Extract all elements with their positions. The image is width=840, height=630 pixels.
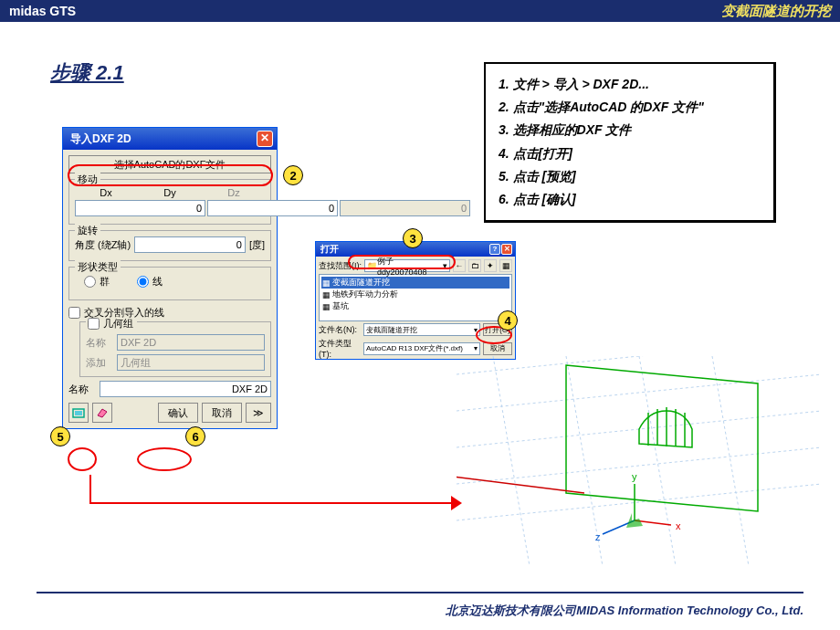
dz-input: [340, 200, 470, 216]
instruction-line: 4. 点击[打开]: [499, 142, 761, 165]
name-input[interactable]: [100, 381, 271, 397]
group-label: 形状类型: [75, 260, 121, 274]
name-label: 名称: [68, 383, 96, 396]
close-icon[interactable]: ✕: [501, 244, 512, 255]
preview-icon[interactable]: [68, 403, 89, 423]
angle-label: 角度 (绕Z轴): [75, 238, 131, 252]
instruction-box: 1. 文件 > 导入 > DXF 2D... 2. 点击"选择AutoCAD 的…: [484, 62, 776, 223]
svg-line-6: [457, 447, 822, 484]
axis-y-label: y: [632, 471, 637, 482]
dy-input[interactable]: [207, 200, 338, 216]
instruction-line: 1. 文件 > 导入 > DXF 2D...: [499, 73, 761, 96]
newfolder-icon[interactable]: ✦: [484, 259, 497, 272]
chevron-down-icon: ▾: [474, 344, 478, 352]
up-icon[interactable]: 🗀: [468, 259, 481, 272]
geom-add-label: 添加: [86, 356, 113, 370]
arrow-head-icon: [451, 496, 462, 510]
geom-checkbox[interactable]: [88, 318, 100, 330]
footer-text: 北京迈达斯技术有限公司MIDAS Information Technology …: [446, 603, 803, 619]
eraser-icon[interactable]: [92, 403, 112, 423]
view-icon[interactable]: ▦: [499, 259, 512, 272]
svg-line-11: [712, 356, 749, 566]
instruction-line: 3. 选择相应的DXF 文件: [499, 119, 761, 142]
filetype-combo[interactable]: AutoCAD R13 DXF文件(*.dxf)▾: [363, 342, 480, 355]
group-label: 旋转: [75, 224, 100, 237]
axis-x-label: x: [676, 520, 681, 531]
svg-line-18: [457, 475, 584, 493]
cancel-button[interactable]: 取消: [202, 403, 242, 423]
radio-group-input[interactable]: [84, 276, 96, 288]
radio-line[interactable]: 线: [137, 275, 163, 289]
highlight-ring: [137, 447, 192, 471]
svg-rect-1: [75, 411, 82, 415]
axis-z-label: z: [595, 531, 601, 542]
shape-group: 形状类型 群 线: [68, 267, 271, 300]
filetype-label: 文件类型(T):: [319, 338, 361, 359]
file-icon: ▦: [322, 302, 331, 311]
group-label: 移动: [75, 173, 100, 186]
move-group: 移动 Dx Dy Dz: [68, 179, 271, 225]
list-item[interactable]: ▦地铁列车动力分析: [321, 289, 509, 300]
geometry-group: 几何组 名称 添加: [79, 321, 271, 377]
callout-3: 3: [403, 228, 423, 248]
angle-input[interactable]: [134, 236, 246, 253]
file-icon: ▦: [322, 278, 331, 288]
import-dxf-dialog: 导入DXF 2D ✕ 选择AutoCAD的DXF文件 移动 Dx Dy Dz 旋…: [62, 127, 278, 429]
geom-add-input: [117, 354, 265, 371]
dz-label: Dz: [203, 187, 265, 198]
dx-label: Dx: [75, 187, 137, 198]
list-item[interactable]: ▦基坑: [321, 300, 509, 312]
dy-label: Dy: [139, 187, 201, 198]
file-icon: ▦: [322, 290, 331, 299]
file-list[interactable]: ▦变截面隧道开挖 ▦地铁列车动力分析 ▦基坑: [319, 274, 512, 321]
close-icon[interactable]: ✕: [257, 131, 273, 147]
file-open-dialog: 打开 ? ✕ 查找范围(I): 📁 例子ddy20070408 ▾ ← 🗀 ✦ …: [315, 241, 516, 360]
callout-4: 4: [498, 310, 518, 331]
help-icon[interactable]: ?: [489, 244, 500, 255]
app-title: midas GTS: [9, 4, 76, 18]
filename-input[interactable]: 变截面隧道开挖▾: [363, 323, 480, 336]
highlight-ring: [68, 447, 97, 471]
chevron-down-icon: ▾: [474, 326, 478, 334]
svg-marker-2: [98, 409, 107, 417]
cancel-button[interactable]: 取消: [483, 342, 512, 355]
dialog-titlebar[interactable]: 导入DXF 2D ✕: [63, 128, 277, 150]
page-header: midas GTS 变截面隧道的开挖: [0, 0, 840, 22]
instruction-line: 6. 点击 [确认]: [499, 188, 761, 211]
svg-marker-12: [566, 365, 758, 511]
cross-split-checkbox[interactable]: [68, 307, 80, 319]
lookin-label: 查找范围(I):: [319, 260, 362, 272]
angle-unit: [度]: [249, 238, 265, 252]
3d-viewport: x y z: [457, 356, 822, 566]
back-icon[interactable]: ←: [453, 259, 466, 272]
instruction-line: 2. 点击"选择AutoCAD 的DXF 文件": [499, 96, 761, 119]
step-title: 步骤 2.1: [50, 59, 124, 87]
dialog-title: 打开: [320, 243, 339, 256]
dx-input[interactable]: [75, 200, 205, 216]
instruction-line: 5. 点击 [预览]: [499, 165, 761, 188]
doc-title: 变截面隧道的开挖: [721, 3, 831, 20]
folder-icon: 📁: [367, 261, 377, 270]
list-item[interactable]: ▦变截面隧道开挖: [321, 277, 509, 289]
select-dxf-button[interactable]: 选择AutoCAD的DXF文件: [68, 155, 271, 173]
callout-5: 5: [50, 426, 70, 446]
callout-2: 2: [283, 165, 303, 185]
callout-6: 6: [185, 426, 205, 446]
rotate-group: 旋转 角度 (绕Z轴) [度]: [68, 230, 271, 261]
arrow-line: [89, 475, 91, 502]
ok-button[interactable]: 确认: [158, 403, 198, 423]
footer-rule: [37, 592, 803, 593]
lookin-combo[interactable]: 📁 例子ddy20070408 ▾: [364, 259, 450, 272]
svg-line-10: [639, 356, 676, 566]
geom-name-label: 名称: [86, 336, 113, 350]
svg-line-4: [457, 374, 822, 411]
dialog-title: 导入DXF 2D: [70, 131, 131, 147]
svg-line-8: [493, 356, 530, 566]
arrow-button[interactable]: ≫: [246, 403, 271, 423]
chevron-down-icon: ▾: [443, 261, 447, 270]
filename-label: 文件名(N):: [319, 324, 361, 336]
radio-group[interactable]: 群: [84, 275, 110, 289]
radio-line-input[interactable]: [137, 276, 149, 288]
arrow-line: [89, 502, 455, 504]
svg-line-7: [457, 484, 822, 520]
